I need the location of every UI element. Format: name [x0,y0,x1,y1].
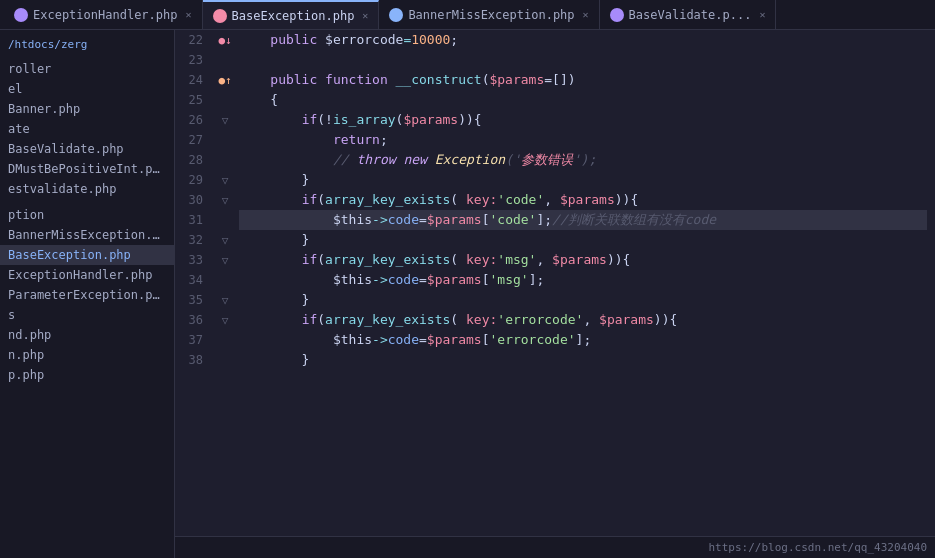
tab-bannermissexception[interactable]: BannerMissException.php ✕ [379,0,599,30]
code-line-28: // throw new Exception('参数错误'); [239,150,927,170]
ln-34: 34 [183,270,203,290]
code-line-32: } [239,230,927,250]
fold-33[interactable]: ▽ [222,254,229,267]
gutter-28 [211,150,239,170]
tab-bar: ExceptionHandler.php ✕ BaseException.php… [0,0,935,30]
sidebar-item-ption[interactable]: ption [0,205,174,225]
ln-35: 35 [183,290,203,310]
sidebar-item-parameterexception[interactable]: ParameterException.php [0,285,174,305]
gutter-29: ▽ [211,170,239,190]
ln-29: 29 [183,170,203,190]
sidebar-item-estvalidate[interactable]: estvalidate.php [0,179,174,199]
code-line-27: return; [239,130,927,150]
sidebar-item-exceptionhandler[interactable]: ExceptionHandler.php [0,265,174,285]
gutter-22: ●↓ [211,30,239,50]
sidebar-item-baseexception[interactable]: BaseException.php [0,245,174,265]
tab-close-baseexception[interactable]: ✕ [362,10,368,21]
sidebar-item-basevalidate[interactable]: BaseValidate.php [0,139,174,159]
fold-26[interactable]: ▽ [222,114,229,127]
ln-23: 23 [183,50,203,70]
code-line-33: if(array_key_exists( key:'msg', $params)… [239,250,927,270]
code-line-30: if(array_key_exists( key:'code', $params… [239,190,927,210]
sidebar-item-dmust[interactable]: DMustBePositiveInt.php [0,159,174,179]
gutter-26: ▽ [211,110,239,130]
tab-baseexception[interactable]: BaseException.php ✕ [203,0,380,30]
ln-33: 33 [183,250,203,270]
gutter: ●↓ ●↑ ▽ ▽ ▽ ▽ ▽ ▽ ▽ [211,30,239,536]
code-line-34: $this->code=$params['msg']; [239,270,927,290]
code-line-36: if(array_key_exists( key:'errorcode', $p… [239,310,927,330]
editor-area: 22 23 24 25 26 27 28 29 30 31 32 33 34 3… [175,30,935,558]
code-line-31: $this->code=$params['code'];//判断关联数组有没有c… [239,210,927,230]
code-container[interactable]: 22 23 24 25 26 27 28 29 30 31 32 33 34 3… [175,30,935,536]
ln-28: 28 [183,150,203,170]
ln-24: 24 [183,70,203,90]
code-line-35: } [239,290,927,310]
code-line-29: } [239,170,927,190]
code-line-24: public function __construct($params=[]) [239,70,927,90]
sidebar-item-p[interactable]: p.php [0,365,174,385]
fold-35[interactable]: ▽ [222,294,229,307]
ln-26: 26 [183,110,203,130]
gutter-24: ●↑ [211,70,239,90]
code-line-26: if(!is_array($params)){ [239,110,927,130]
gutter-25 [211,90,239,110]
gutter-36: ▽ [211,310,239,330]
fold-30[interactable]: ▽ [222,194,229,207]
tab-label-basevalidate: BaseValidate.p... [629,8,752,22]
ln-31: 31 [183,210,203,230]
tab-icon-baseexception [213,9,227,23]
gutter-37 [211,330,239,350]
code-line-23 [239,50,927,70]
ln-25: 25 [183,90,203,110]
tab-close-bannermissexception[interactable]: ✕ [583,9,589,20]
sidebar-item-n[interactable]: n.php [0,345,174,365]
tab-label-baseexception: BaseException.php [232,9,355,23]
sidebar-item-bannermiss[interactable]: BannerMissException.php [0,225,174,245]
code-line-38: } [239,350,927,370]
ln-30: 30 [183,190,203,210]
gutter-33: ▽ [211,250,239,270]
tab-close-basevalidate[interactable]: ✕ [759,9,765,20]
sidebar: /htdocs/zerg roller el Banner.php ate Ba… [0,30,175,558]
sidebar-item-nd[interactable]: nd.php [0,325,174,345]
ln-37: 37 [183,330,203,350]
gutter-23 [211,50,239,70]
sidebar-item-ate[interactable]: ate [0,119,174,139]
breakpoint-red-22: ●↓ [218,34,231,47]
tab-icon-basevalidate [610,8,624,22]
fold-32[interactable]: ▽ [222,234,229,247]
ln-38: 38 [183,350,203,370]
tab-basevalidate[interactable]: BaseValidate.p... ✕ [600,0,777,30]
sidebar-item-s[interactable]: s [0,305,174,325]
code-line-37: $this->code=$params['errorcode']; [239,330,927,350]
sidebar-item-el[interactable]: el [0,79,174,99]
watermark: https://blog.csdn.net/qq_43204040 [708,541,927,554]
code-lines: public $errorcode=10000; public function… [239,30,935,536]
sidebar-path: /htdocs/zerg [0,34,174,55]
tab-close-exceptionhandler[interactable]: ✕ [186,9,192,20]
sidebar-item-banner[interactable]: Banner.php [0,99,174,119]
gutter-31 [211,210,239,230]
line-numbers: 22 23 24 25 26 27 28 29 30 31 32 33 34 3… [175,30,211,536]
gutter-27 [211,130,239,150]
ln-27: 27 [183,130,203,150]
tab-icon-exceptionhandler [14,8,28,22]
tab-exceptionhandler[interactable]: ExceptionHandler.php ✕ [4,0,203,30]
gutter-38 [211,350,239,370]
fold-36[interactable]: ▽ [222,314,229,327]
app-container: ExceptionHandler.php ✕ BaseException.php… [0,0,935,558]
gutter-32: ▽ [211,230,239,250]
ln-32: 32 [183,230,203,250]
ln-22: 22 [183,30,203,50]
gutter-35: ▽ [211,290,239,310]
breakpoint-orange-24: ●↑ [218,74,231,87]
code-line-22: public $errorcode=10000; [239,30,927,50]
tab-label-exceptionhandler: ExceptionHandler.php [33,8,178,22]
tab-label-bannermissexception: BannerMissException.php [408,8,574,22]
main-area: /htdocs/zerg roller el Banner.php ate Ba… [0,30,935,558]
sidebar-item-roller[interactable]: roller [0,59,174,79]
code-line-25: { [239,90,927,110]
fold-29[interactable]: ▽ [222,174,229,187]
gutter-30: ▽ [211,190,239,210]
